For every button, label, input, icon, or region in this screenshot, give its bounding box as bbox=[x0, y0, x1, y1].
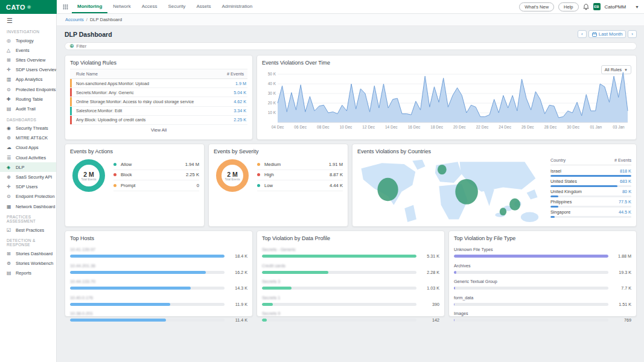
nav-tab-assets[interactable]: Assets bbox=[191, 0, 216, 13]
bar-row[interactable]: 10.40.0.17611.9 K bbox=[70, 295, 247, 307]
legend-row-block[interactable]: Block2.25 K bbox=[113, 170, 199, 181]
sidebar-item-label: Network Dashboard bbox=[16, 204, 55, 209]
bar-row[interactable]: Secrets - Generic5.31 K bbox=[262, 247, 439, 259]
whats-new-button[interactable]: What's New bbox=[519, 2, 554, 11]
account-chevron-down-icon[interactable]: ▼ bbox=[635, 5, 639, 9]
events-over-time-chart[interactable]: 10 K20 K30 K40 K50 K04 Dec06 Dec08 Dec10… bbox=[262, 66, 631, 137]
sidebar-item-endpoint-protection[interactable]: ⊙Endpoint Protection bbox=[0, 192, 56, 202]
rule-row[interactable]: Secrets:Monitor: Any: Generic5.04 K bbox=[70, 88, 247, 97]
bar-fill bbox=[262, 319, 267, 322]
bar-row[interactable]: 10.44.201.3616.2 K bbox=[70, 263, 247, 275]
country-row-united-kingdom[interactable]: United Kingdom80 K bbox=[550, 187, 631, 197]
rule-row[interactable]: Salesforce:Monitor: Edit3.34 K bbox=[70, 107, 247, 116]
bar-fill bbox=[454, 271, 456, 274]
bar-track bbox=[454, 271, 608, 274]
legend-row-low[interactable]: Low4.44 K bbox=[257, 180, 343, 191]
bar-row[interactable]: 10.44.133.7014.3 K bbox=[70, 279, 247, 291]
bar-row[interactable]: Secrets 9142 bbox=[262, 311, 439, 323]
bar-row[interactable]: Secrets 31.03 K bbox=[262, 279, 439, 291]
legend-row-prompt[interactable]: Prompt0 bbox=[113, 180, 199, 191]
bar-row[interactable]: Images769 bbox=[454, 311, 631, 323]
svg-text:08 Dec: 08 Dec bbox=[317, 125, 330, 129]
date-range-button[interactable]: Last Month bbox=[588, 30, 626, 38]
rule-row[interactable]: Online Storage:Monitor: Access to risky … bbox=[70, 97, 247, 106]
bar-row[interactable]: Generic Textual Group7.7 K bbox=[454, 279, 631, 291]
nav-tab-monitoring[interactable]: Monitoring bbox=[72, 0, 107, 13]
sidebar-item-saas-security-api[interactable]: ⊕SaaS Security API bbox=[0, 172, 56, 182]
country-row-singapore[interactable]: Singapore44.5 K bbox=[550, 208, 631, 218]
sidebar-item-sites-overview[interactable]: ⊞Sites Overview bbox=[0, 55, 56, 65]
svg-text:30 Dec: 30 Dec bbox=[567, 125, 579, 129]
account-name[interactable]: CatoPMM bbox=[605, 4, 626, 10]
nav-tab-access[interactable]: Access bbox=[136, 0, 163, 13]
legend-row-medium[interactable]: Medium1.91 M bbox=[257, 159, 343, 170]
user-avatar[interactable]: EB bbox=[593, 3, 601, 10]
legend-row-high[interactable]: High8.87 K bbox=[257, 170, 343, 181]
map-bubble-israel[interactable] bbox=[455, 179, 478, 205]
sidebar-item-audit-trail[interactable]: ▤Audit Trail bbox=[0, 104, 56, 113]
sidebar-item-routing-table[interactable]: ✚Routing Table bbox=[0, 94, 56, 104]
severity-donut-chart[interactable]: 2 M Total Events bbox=[216, 159, 249, 192]
sidebar-item-dlp[interactable]: ◈DLP bbox=[0, 162, 56, 172]
bar-row[interactable]: 10.41.139.9718.4 K bbox=[70, 247, 247, 259]
nav-tab-network[interactable]: Network bbox=[107, 0, 136, 13]
sidebar-item-best-practices[interactable]: ☑Best Practices bbox=[0, 225, 56, 235]
legend-dot bbox=[257, 184, 260, 187]
date-prev-button[interactable]: ‹ bbox=[578, 30, 587, 38]
notifications-bell-icon[interactable] bbox=[583, 4, 589, 10]
bar-row[interactable]: form_data1.51 K bbox=[454, 295, 631, 307]
sidebar-item-mitre-att-ck[interactable]: ⊚MITRE ATT&CK bbox=[0, 133, 56, 143]
sidebar-item-stories-workbench[interactable]: ⊚Stories Workbench bbox=[0, 259, 56, 268]
map-bubble-united-kingdom[interactable] bbox=[438, 165, 447, 174]
map-bubble-united-states[interactable] bbox=[377, 178, 398, 201]
world-map[interactable] bbox=[357, 157, 544, 225]
bar-track bbox=[454, 303, 608, 306]
sidebar-collapse-hamburger-icon[interactable]: ☰ bbox=[0, 14, 56, 26]
sidebar-item-cloud-apps[interactable]: ☁Cloud Apps bbox=[0, 143, 56, 153]
view-all-link[interactable]: View All bbox=[70, 125, 247, 133]
nav-tab-administration[interactable]: Administration bbox=[216, 0, 258, 13]
sidebar-item-cloud-activities[interactable]: ☰Cloud Activities bbox=[0, 153, 56, 162]
rule-severity-bar bbox=[70, 107, 72, 115]
rule-row[interactable]: Any:Block: Uploading of credit cards2.25… bbox=[70, 116, 247, 125]
sidebar-item-sdp-users-overview[interactable]: ✛SDP Users Overview bbox=[0, 65, 56, 75]
nav-tab-security[interactable]: Security bbox=[162, 0, 191, 13]
cloud-apps-icon: ☁ bbox=[7, 145, 13, 150]
sidebar-item-network-dashboard[interactable]: ▦Network Dashboard bbox=[0, 202, 56, 211]
country-events-value: 44.5 K bbox=[619, 209, 631, 215]
breadcrumb-accounts-link[interactable]: Accounts bbox=[65, 17, 84, 22]
actions-donut-chart[interactable]: 2 M Total Events bbox=[72, 159, 105, 192]
sidebar-item-reports[interactable]: ▤Reports bbox=[0, 268, 56, 278]
map-bubble-singapore[interactable] bbox=[500, 208, 506, 215]
bar-row[interactable]: Secrets 1390 bbox=[262, 295, 439, 307]
sidebar-item-label: Cloud Apps bbox=[16, 145, 39, 150]
country-row-united-states[interactable]: United States683 K bbox=[550, 177, 631, 187]
sidebar-item-protected-endpoints[interactable]: ⊙Protected Endpoints bbox=[0, 84, 56, 94]
bar-row[interactable]: Unknown File Types1.88 M bbox=[454, 247, 631, 259]
bar-row[interactable]: 10.38.0.20111.4 K bbox=[70, 311, 247, 323]
country-row-israel[interactable]: Israel818 K bbox=[550, 167, 631, 177]
cato-logo[interactable]: CATO ✺ bbox=[0, 0, 57, 14]
help-button[interactable]: Help bbox=[558, 2, 578, 11]
map-bubble-philippines[interactable] bbox=[509, 198, 520, 211]
bar-row[interactable]: Credit cards2.28 K bbox=[262, 263, 439, 275]
country-name: Israel bbox=[550, 168, 561, 174]
app-grid-icon[interactable] bbox=[63, 4, 68, 10]
sidebar-item-sdp-users[interactable]: ✛SDP Users bbox=[0, 182, 56, 192]
sidebar-item-events[interactable]: △Events bbox=[0, 45, 56, 55]
sidebar-item-topology[interactable]: ◎Topology bbox=[0, 36, 56, 45]
bar-label: 10.40.0.176 bbox=[70, 295, 247, 300]
sidebar-item-app-analytics[interactable]: ▥App Analytics bbox=[0, 75, 56, 84]
bar-row[interactable]: Archives19.3 K bbox=[454, 263, 631, 275]
sidebar-item-security-threats[interactable]: ◉Security Threats bbox=[0, 124, 56, 133]
legend-row-allow[interactable]: Allow1.94 M bbox=[113, 159, 199, 170]
country-row-philippines[interactable]: Philippines77.5 K bbox=[550, 197, 631, 208]
svg-text:14 Dec: 14 Dec bbox=[385, 125, 398, 129]
events-by-countries-card: Events Violations by Countries bbox=[352, 144, 637, 227]
rule-severity-bar bbox=[70, 116, 72, 124]
date-next-button[interactable]: › bbox=[628, 30, 637, 38]
filter-bar[interactable]: ⊕ Filter bbox=[65, 42, 637, 50]
card-title: Top Violation by Data Profile bbox=[262, 235, 439, 241]
rule-row[interactable]: Non-sanctioned Apps:Monitor: Upload1.9 M bbox=[70, 79, 247, 88]
sidebar-item-stories-dashboard[interactable]: ⊞Stories Dashboard bbox=[0, 249, 56, 258]
